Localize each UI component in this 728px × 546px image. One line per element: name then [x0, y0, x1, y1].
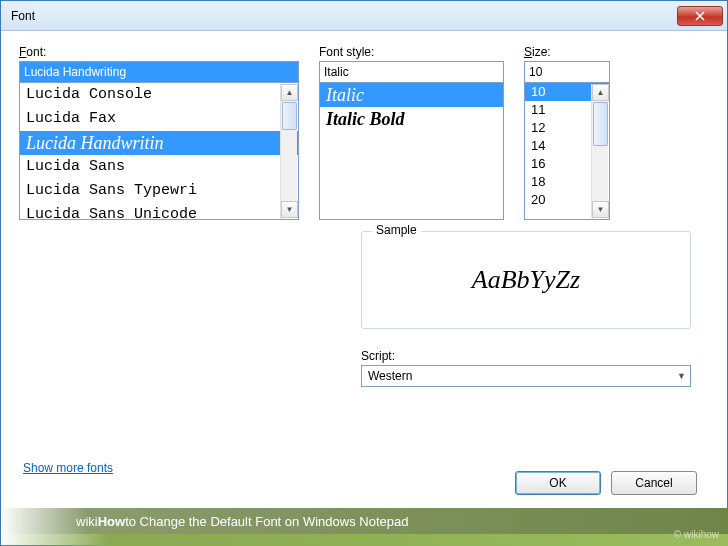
list-item[interactable]: Lucida Sans Unicode	[20, 203, 298, 227]
scroll-up-icon[interactable]: ▲	[592, 84, 609, 101]
window-title: Font	[11, 9, 677, 23]
list-item[interactable]: Lucida Fax	[20, 107, 298, 131]
font-style-label: Font style:	[319, 45, 504, 59]
button-row: OK Cancel	[515, 471, 697, 495]
font-dialog: Font Font: Lucida ConsoleLucida FaxLucid…	[0, 0, 728, 546]
sample-legend: Sample	[372, 223, 421, 237]
cancel-button[interactable]: Cancel	[611, 471, 697, 495]
size-scrollbar[interactable]: ▲ ▼	[591, 84, 608, 218]
top-row: Font: Lucida ConsoleLucida FaxLucida Han…	[19, 45, 709, 220]
size-listbox[interactable]: 10111214161820 ▲ ▼	[524, 82, 610, 220]
scroll-down-icon[interactable]: ▼	[281, 201, 298, 218]
font-scrollbar[interactable]: ▲ ▼	[280, 84, 297, 218]
list-item[interactable]: Italic Bold	[320, 107, 503, 131]
close-button[interactable]	[677, 6, 723, 26]
font-listbox[interactable]: Lucida ConsoleLucida FaxLucida Handwriti…	[19, 82, 299, 220]
font-style-listbox[interactable]: ItalicItalic Bold	[319, 82, 504, 220]
script-combobox[interactable]: Western ▼	[361, 365, 691, 387]
size-column: Size: 10111214161820 ▲ ▼	[524, 45, 610, 220]
ok-button[interactable]: OK	[515, 471, 601, 495]
font-label: Font:	[19, 45, 299, 59]
font-column: Font: Lucida ConsoleLucida FaxLucida Han…	[19, 45, 299, 220]
sample-preview: AaBbYyZz	[372, 250, 680, 310]
chevron-down-icon: ▼	[677, 371, 686, 381]
list-item[interactable]: Lucida Console	[20, 83, 298, 107]
font-style-column: Font style: ItalicItalic Bold	[319, 45, 504, 220]
dialog-body: Font: Lucida ConsoleLucida FaxLucida Han…	[1, 31, 727, 545]
list-item[interactable]: Italic	[320, 83, 503, 107]
size-label: Size:	[524, 45, 610, 59]
right-column: Sample AaBbYyZz Script: Western ▼	[361, 231, 691, 387]
font-input[interactable]	[19, 61, 299, 83]
scroll-thumb[interactable]	[593, 102, 608, 146]
close-icon	[695, 11, 705, 21]
script-value: Western	[368, 369, 412, 383]
list-item[interactable]: Lucida Sans	[20, 155, 298, 179]
titlebar: Font	[1, 1, 727, 31]
font-style-input[interactable]	[319, 61, 504, 83]
scroll-thumb[interactable]	[282, 102, 297, 130]
list-item[interactable]: Lucida Handwritin	[20, 131, 298, 155]
scroll-down-icon[interactable]: ▼	[592, 201, 609, 218]
sample-group: Sample AaBbYyZz	[361, 231, 691, 329]
script-label: Script:	[361, 349, 691, 363]
list-item[interactable]: Lucida Sans Typewri	[20, 179, 298, 203]
size-input[interactable]	[524, 61, 610, 83]
scroll-up-icon[interactable]: ▲	[281, 84, 298, 101]
show-more-fonts-link[interactable]: Show more fonts	[23, 461, 113, 475]
